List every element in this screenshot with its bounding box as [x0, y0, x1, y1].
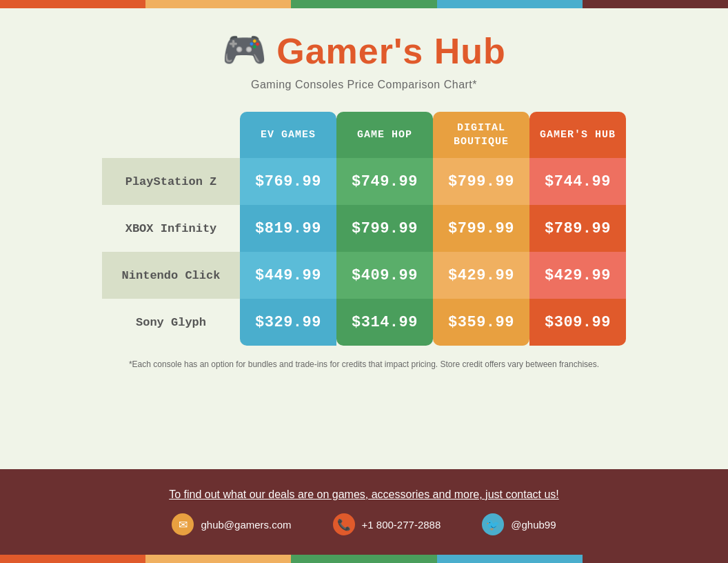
bottom-bar-seg-3 — [291, 555, 436, 563]
price-xbox-db: $799.99 — [433, 205, 529, 252]
price-xbox-hub: $789.99 — [529, 205, 626, 252]
header-title-row: 🎮 Gamer's Hub — [222, 29, 506, 73]
price-xbox-ev: $819.99 — [240, 205, 336, 252]
bottom-bar-seg-5 — [583, 555, 728, 563]
price-nintendo-ev: $449.99 — [240, 252, 336, 299]
bottom-bar-seg-1 — [0, 555, 145, 563]
main-content: 🎮 Gamer's Hub Gaming Consoles Price Comp… — [0, 8, 728, 469]
price-playstation-gh: $749.99 — [336, 158, 433, 205]
price-sony-ev: $329.99 — [240, 299, 336, 346]
gamepad-icon: 🎮 — [222, 29, 267, 73]
price-sony-db: $359.99 — [433, 299, 529, 346]
top-bar-seg-2 — [145, 0, 291, 8]
footer-contacts: ✉ ghub@gamers.com 📞 +1 800-277-2888 🐦 @g… — [172, 513, 556, 535]
price-nintendo-gh: $409.99 — [336, 252, 433, 299]
footer-contact-phone: 📞 +1 800-277-2888 — [333, 513, 441, 535]
site-title: Gamer's Hub — [276, 30, 506, 72]
price-playstation-db: $799.99 — [433, 158, 529, 205]
price-playstation-ev: $769.99 — [240, 158, 336, 205]
bottom-bar-seg-4 — [437, 555, 583, 563]
th-empty — [102, 112, 240, 158]
row-label-xbox: XBOX Infinity — [102, 205, 240, 252]
table-row-sony: Sony Glyph $329.99 $314.99 $359.99 $309.… — [102, 299, 626, 346]
price-nintendo-hub: $429.99 — [529, 252, 626, 299]
phone-icon: 📞 — [333, 513, 355, 535]
price-playstation-hub: $744.99 — [529, 158, 626, 205]
row-label-playstation: PlayStation Z — [102, 158, 240, 205]
price-table: EV GAMES GAME HOP DIGITALBOUTIQUE GAMER'… — [102, 112, 626, 346]
price-sony-gh: $314.99 — [336, 299, 433, 346]
price-nintendo-db: $429.99 — [433, 252, 529, 299]
table-row-nintendo: Nintendo Click $449.99 $409.99 $429.99 $… — [102, 252, 626, 299]
th-ev-games: EV GAMES — [240, 112, 336, 158]
subtitle: Gaming Consoles Price Comparison Chart* — [251, 79, 477, 91]
price-sony-hub: $309.99 — [529, 299, 626, 346]
bottom-color-bar — [0, 555, 728, 563]
table-row-playstation: PlayStation Z $769.99 $749.99 $799.99 $7… — [102, 158, 626, 205]
table-header-row: EV GAMES GAME HOP DIGITALBOUTIQUE GAMER'… — [102, 112, 626, 158]
twitter-icon: 🐦 — [482, 513, 504, 535]
th-game-hop: GAME HOP — [336, 112, 433, 158]
top-bar-seg-3 — [291, 0, 436, 8]
row-label-nintendo: Nintendo Click — [102, 252, 240, 299]
price-xbox-gh: $799.99 — [336, 205, 433, 252]
th-digital-boutique: DIGITALBOUTIQUE — [433, 112, 529, 158]
footer-cta: To find out what our deals are on games,… — [169, 488, 559, 501]
email-value: ghub@gamers.com — [201, 519, 291, 531]
bottom-bar-seg-2 — [145, 555, 291, 563]
top-color-bar — [0, 0, 728, 8]
th-gamers-hub: GAMER'S HUB — [529, 112, 626, 158]
top-bar-seg-1 — [0, 0, 145, 8]
top-bar-seg-4 — [437, 0, 583, 8]
row-label-sony: Sony Glyph — [102, 299, 240, 346]
table-row-xbox: XBOX Infinity $819.99 $799.99 $799.99 $7… — [102, 205, 626, 252]
footer-contact-email: ✉ ghub@gamers.com — [172, 513, 291, 535]
footer-contact-twitter: 🐦 @ghub99 — [482, 513, 556, 535]
twitter-value: @ghub99 — [511, 519, 556, 531]
footer: To find out what our deals are on games,… — [0, 469, 728, 555]
footnote: *Each console has an option for bundles … — [129, 359, 599, 369]
header: 🎮 Gamer's Hub Gaming Consoles Price Comp… — [222, 29, 506, 91]
phone-value: +1 800-277-2888 — [362, 519, 441, 531]
email-icon: ✉ — [172, 513, 194, 535]
top-bar-seg-5 — [583, 0, 728, 8]
